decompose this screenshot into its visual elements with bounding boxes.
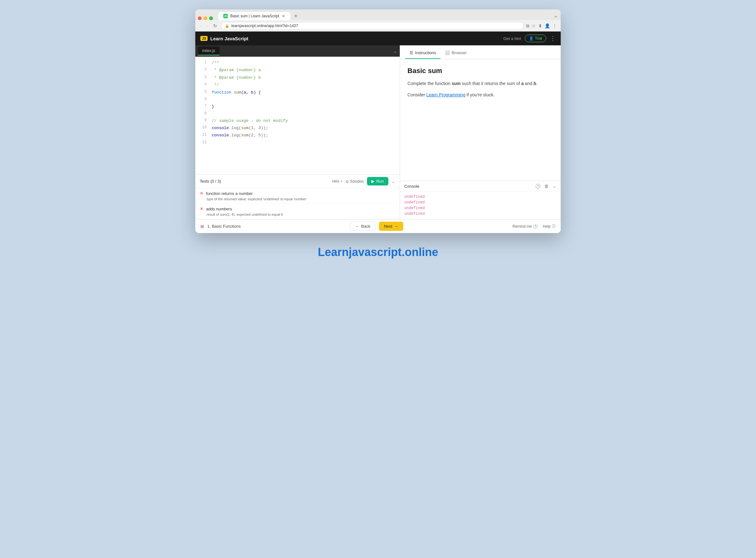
run-label: Run: [376, 179, 384, 184]
console-actions: 🕐 🗑 ⌄: [535, 184, 556, 188]
extensions-icon[interactable]: ⧉: [526, 23, 529, 29]
test-item-2-header: ✕ adds numbers: [200, 206, 395, 211]
code-editor[interactable]: 1 /** 2 * @param {number} a 3 * @param {…: [195, 57, 400, 174]
footer-right: Remind me 🕐 Help ⓘ: [512, 224, 556, 229]
app: JS Learn JavaScript Get a hint 👤 Trial ⋮…: [195, 31, 561, 233]
active-tab[interactable]: JS Basic sum | Learn JavaScript ✕: [218, 12, 291, 20]
code-line-3: 3 * @param {number} b: [195, 74, 400, 81]
trial-button[interactable]: 👤 Trial: [525, 35, 546, 42]
url-bar[interactable]: 🔒 learnjavascript.online/app.html?id=143…: [221, 22, 524, 30]
tab-bar: JS Basic sum | Learn JavaScript ✕ + ⌄: [195, 9, 561, 20]
right-panel: ☰ Instructions ⬜ Browser Basic sum Compl…: [400, 45, 561, 219]
footer-breadcrumb: 1. Basic Functions: [207, 224, 241, 229]
challenge-description: Complete the function sum such that it r…: [408, 80, 553, 87]
remind-label: Remind me: [512, 224, 532, 229]
console-clear-icon[interactable]: 🗑: [544, 184, 549, 188]
right-tabs: ☰ Instructions ⬜ Browser: [400, 45, 561, 59]
test-fail-icon-2: ✕: [200, 206, 203, 211]
next-button[interactable]: Next →: [379, 222, 404, 231]
test-name-2: adds numbers: [206, 207, 232, 211]
run-icon: ▶: [371, 179, 375, 184]
chrome-bar: JS Basic sum | Learn JavaScript ✕ + ⌄ ‹ …: [195, 9, 561, 31]
header-right: Get a hint 👤 Trial ⋮: [503, 35, 556, 42]
get-hint-button[interactable]: Get a hint: [503, 36, 521, 41]
hint-prefix: Consider: [408, 92, 427, 97]
tab-instructions[interactable]: ☰ Instructions: [405, 47, 440, 59]
editor-collapse-icon[interactable]: ⌄: [393, 48, 397, 54]
tab-browser[interactable]: ⬜ Browser: [440, 47, 471, 59]
test-item-1-header: ✕ function returns a number: [200, 191, 395, 196]
test-error-1: type of the returned value: expected 'un…: [200, 196, 395, 201]
console-line-3: undefined: [404, 205, 556, 211]
tab-favicon: JS: [223, 14, 228, 18]
help-circle-icon: ⓘ: [552, 224, 556, 229]
close-dot[interactable]: [198, 16, 202, 20]
refresh-button[interactable]: ↻: [212, 23, 218, 29]
bookmark-icon[interactable]: ☆: [532, 23, 536, 28]
run-button[interactable]: ▶ Run: [367, 177, 388, 185]
test-fail-icon-1: ✕: [200, 191, 203, 196]
tests-actions: Hint + ◎ Solution ▶ Run ⌄: [332, 177, 395, 185]
minimize-dot[interactable]: [203, 16, 207, 20]
forward-nav-button[interactable]: ›: [206, 23, 210, 29]
editor-tab-index[interactable]: index.js: [198, 47, 220, 55]
code-line-5: 5 function sum(a, b) {: [195, 89, 400, 96]
help-label: Help: [543, 224, 551, 229]
hint-label: Hint: [332, 179, 339, 184]
code-line-12: 12: [195, 139, 400, 146]
maximize-dot[interactable]: [209, 16, 213, 20]
tab-title: Basic sum | Learn JavaScript: [230, 14, 279, 18]
console-header: Console 🕐 🗑 ⌄: [400, 181, 561, 192]
challenge-title: Basic sum: [408, 67, 553, 75]
back-label: Back: [361, 224, 371, 229]
code-line-7: 7 }: [195, 103, 400, 110]
remind-button[interactable]: Remind me 🕐: [512, 224, 538, 229]
console-line-2: undefined: [404, 200, 556, 205]
code-line-2: 2 * @param {number} a: [195, 67, 400, 74]
learn-programming-link[interactable]: Learn Programming: [427, 92, 465, 97]
next-label: Next: [384, 224, 393, 229]
editor-tabs: index.js ⌄: [195, 45, 400, 57]
console-expand-icon[interactable]: ⌄: [553, 184, 556, 188]
hint-button[interactable]: Hint +: [332, 179, 343, 184]
instructions-content: Basic sum Complete the function sum such…: [400, 59, 561, 181]
logo-text: Learn JavaScript: [210, 36, 248, 41]
instructions-icon: ☰: [409, 50, 413, 55]
app-header: JS Learn JavaScript Get a hint 👤 Trial ⋮: [195, 31, 561, 45]
desc-b: b: [534, 81, 536, 86]
new-tab-button[interactable]: +: [292, 12, 300, 20]
header-menu-icon[interactable]: ⋮: [550, 35, 556, 42]
console-line-1: undefined: [404, 194, 556, 200]
back-nav-button[interactable]: ‹: [199, 23, 203, 29]
desc-bold: sum: [452, 81, 461, 86]
desc-and: and: [524, 81, 533, 86]
tests-header: Tests (0 / 3) Hint + ◎ Solution: [195, 174, 400, 188]
back-button[interactable]: ← Back: [350, 222, 376, 231]
tab-browser-label: Browser: [452, 50, 467, 55]
desc-text-1: Complete the function: [408, 81, 452, 86]
app-logo: JS Learn JavaScript: [200, 36, 248, 41]
logo-badge: JS: [200, 36, 208, 41]
solution-eye-icon: ◎: [346, 179, 349, 184]
tests-expand-icon[interactable]: ⌄: [392, 179, 395, 184]
help-button[interactable]: Help ⓘ: [543, 224, 556, 229]
test-item-1: ✕ function returns a number type of the …: [195, 188, 400, 204]
url-text: learnjavascript.online/app.html?id=1437: [231, 24, 298, 28]
test-name-1: function returns a number: [206, 191, 253, 196]
tab-close-icon[interactable]: ✕: [282, 14, 285, 18]
tests-title: Tests (0 / 3): [200, 179, 221, 184]
footer-left: ⊞ 1. Basic Functions: [200, 224, 241, 229]
browser-options-icon[interactable]: ⋮: [553, 23, 557, 28]
browser-window: JS Basic sum | Learn JavaScript ✕ + ⌄ ‹ …: [195, 9, 561, 233]
profile-icon[interactable]: 👤: [545, 23, 550, 28]
editor-panel: index.js ⌄ 1 /** 2 * @param {number} a: [195, 45, 400, 219]
console-line-4: undefined: [404, 211, 556, 217]
download-icon[interactable]: ⬇: [538, 23, 542, 28]
clock-icon: 🕐: [533, 224, 538, 229]
console-history-icon[interactable]: 🕐: [535, 184, 540, 188]
code-line-9: 9 // sample usage - do not modify: [195, 117, 400, 124]
address-bar: ‹ › ↻ 🔒 learnjavascript.online/app.html?…: [195, 20, 561, 31]
solution-button[interactable]: ◎ Solution: [346, 179, 363, 184]
browser-menu-icon[interactable]: ⌄: [553, 12, 558, 19]
tab-instructions-label: Instructions: [415, 50, 436, 55]
